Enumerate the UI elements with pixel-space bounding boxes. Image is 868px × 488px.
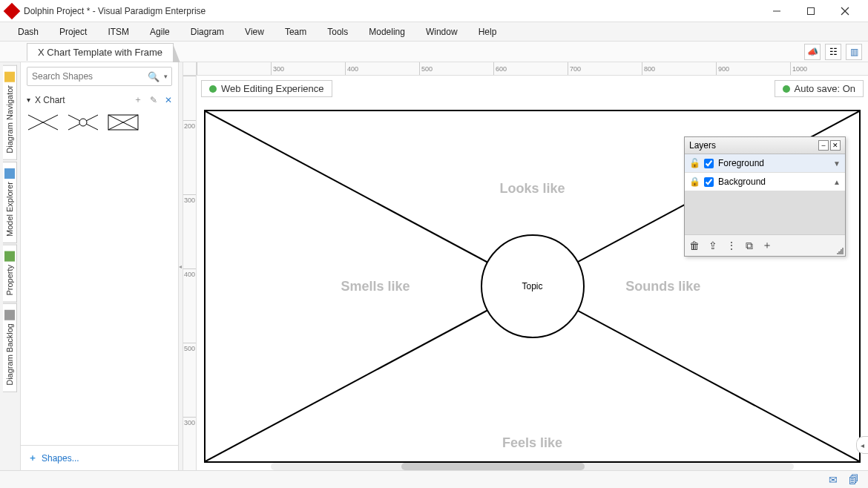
tab-label: Diagram Backlog (5, 323, 14, 386)
menu-help[interactable]: Help (468, 24, 507, 40)
menu-project[interactable]: Project (49, 24, 97, 40)
lock-icon[interactable]: 🔒 (689, 177, 700, 187)
status-web-editing[interactable]: Web Editing Experience (201, 80, 332, 97)
panels-icon[interactable]: ▥ (846, 44, 862, 60)
ruler-tick: 700 (568, 62, 642, 75)
topic-label: Topic (522, 281, 542, 291)
ruler-vertical: 200 300 400 500 300 (183, 76, 197, 470)
xchart-shape-2[interactable] (67, 113, 99, 131)
status-bar: ✉ 🗐 (0, 470, 868, 488)
ruler-vtick: 400 (183, 268, 196, 343)
menu-window[interactable]: Window (415, 24, 468, 40)
label-smells-like[interactable]: Smells like (341, 279, 410, 294)
notes-icon[interactable]: 🗐 (847, 473, 861, 487)
layout-icon[interactable]: ☷ (825, 44, 841, 60)
shapes-link-label: Shapes... (42, 453, 79, 464)
layers-panel[interactable]: Layers – ✕ 🔓 Foreground ▼ 🔒 Background ▲ (684, 136, 846, 257)
sidebar-tab-backlog[interactable]: Diagram Backlog (3, 303, 17, 392)
ruler-vtick: 200 (183, 120, 196, 194)
edit-palette-icon[interactable]: ✎ (150, 95, 157, 105)
layer-name: Background (718, 177, 766, 187)
status-dot-icon (209, 85, 217, 93)
ruler-tick (197, 62, 271, 75)
diagram-viewport[interactable]: Web Editing Experience Auto save: On Loo… (197, 76, 868, 470)
layer-row-background[interactable]: 🔒 Background ▲ (685, 173, 845, 191)
canvas-area: 300 400 500 600 700 800 900 1000 200 300… (183, 62, 868, 470)
export-layer-icon[interactable]: ⇪ (708, 240, 717, 251)
layer-row-foreground[interactable]: 🔓 Foreground ▼ (685, 154, 845, 173)
menu-team[interactable]: Team (274, 24, 317, 40)
shapes-footer-link[interactable]: ＋ Shapes... (21, 445, 178, 470)
diagram-tab[interactable]: X Chart Template with Frame (27, 43, 174, 61)
layer-name: Foreground (718, 158, 764, 168)
unlock-icon[interactable]: 🔓 (689, 158, 700, 168)
xchart-shape-3[interactable] (107, 113, 139, 131)
close-palette-icon[interactable]: ✕ (165, 95, 172, 105)
ruler-tick: 900 (716, 62, 790, 75)
triangle-down-icon[interactable]: ▼ (833, 159, 841, 168)
menu-view[interactable]: View (234, 24, 274, 40)
tab-label: Model Explorer (5, 182, 14, 237)
maximize-button[interactable] (794, 0, 828, 22)
sidebar-tab-model-explorer[interactable]: Model Explorer (3, 162, 17, 243)
menu-modeling[interactable]: Modeling (358, 24, 415, 40)
search-dropdown-icon[interactable]: ▾ (164, 73, 168, 80)
layers-title-text: Layers (689, 140, 817, 151)
shapes-panel: 🔍 ▾ ▾ X Chart ＋ ✎ ✕ ＋ Shapes... (21, 62, 179, 470)
ruler-vtick: 300 (183, 194, 196, 268)
label-looks-like[interactable]: Looks like (499, 181, 565, 197)
ruler-tick: 1000 (790, 62, 864, 75)
topic-circle[interactable]: Topic (481, 234, 585, 338)
main-area: Diagram Navigator Model Explorer Propert… (0, 62, 868, 470)
label-sounds-like[interactable]: Sounds like (625, 279, 700, 294)
palette-body (21, 109, 178, 136)
tabstrip: X Chart Template with Frame 📣 ☷ ▥ (0, 42, 868, 62)
duplicate-layer-icon[interactable]: ⧉ (746, 240, 753, 252)
palette-header[interactable]: ▾ X Chart ＋ ✎ ✕ (21, 90, 178, 109)
search-shapes-box[interactable]: 🔍 ▾ (27, 67, 172, 86)
plus-icon: ＋ (28, 452, 37, 464)
layers-panel-title[interactable]: Layers – ✕ (685, 137, 845, 154)
delete-layer-icon[interactable]: 🗑 (689, 240, 700, 251)
ruler-vtick: 500 (183, 343, 196, 417)
palette-name: X Chart (35, 95, 126, 105)
sidebar-tab-navigator[interactable]: Diagram Navigator (3, 65, 17, 160)
window-title: Dolphin Project * - Visual Paradigm Ente… (24, 6, 760, 16)
menu-tools[interactable]: Tools (317, 24, 358, 40)
layer-visible-checkbox[interactable] (704, 177, 714, 187)
horizontal-scrollbar[interactable] (271, 463, 794, 470)
add-layer-icon[interactable]: ＋ (762, 239, 772, 252)
announce-icon[interactable]: 📣 (804, 44, 821, 60)
menubar: Dash Project ITSM Agile Diagram View Tea… (0, 22, 868, 42)
search-icon[interactable]: 🔍 (148, 71, 160, 82)
vertical-tab-rail: Diagram Navigator Model Explorer Propert… (0, 62, 21, 470)
more-icon[interactable]: ⋮ (726, 240, 737, 251)
scroll-thumb[interactable] (401, 463, 585, 470)
xchart-shape-1[interactable] (27, 113, 59, 131)
menu-agile[interactable]: Agile (139, 24, 180, 40)
menu-itsm[interactable]: ITSM (97, 24, 139, 40)
flyout-toggle-button[interactable]: ◂ (856, 436, 868, 454)
layers-close-icon[interactable]: ✕ (830, 140, 841, 151)
layers-minimize-icon[interactable]: – (818, 140, 829, 151)
mail-icon[interactable]: ✉ (826, 473, 840, 487)
ruler-tick: 600 (493, 62, 568, 75)
menu-diagram[interactable]: Diagram (180, 24, 234, 40)
svg-rect-1 (808, 7, 815, 14)
label-feels-like[interactable]: Feels like (502, 435, 562, 451)
status-auto-save[interactable]: Auto save: On (775, 80, 864, 97)
search-shapes-input[interactable] (32, 71, 143, 82)
triangle-up-icon[interactable]: ▲ (833, 178, 841, 186)
resize-grip-icon[interactable] (836, 247, 844, 254)
menu-dash[interactable]: Dash (7, 24, 49, 40)
add-palette-icon[interactable]: ＋ (134, 93, 142, 106)
ruler-vtick: 300 (183, 417, 196, 470)
close-button[interactable] (828, 0, 862, 22)
layer-visible-checkbox[interactable] (704, 159, 714, 168)
status-dot-icon (783, 85, 790, 93)
sidebar-tab-property[interactable]: Property (3, 245, 17, 303)
collapse-icon[interactable]: ▾ (27, 96, 30, 104)
layers-empty-area (685, 191, 845, 234)
navigator-icon (4, 72, 15, 82)
minimize-button[interactable] (760, 0, 794, 22)
